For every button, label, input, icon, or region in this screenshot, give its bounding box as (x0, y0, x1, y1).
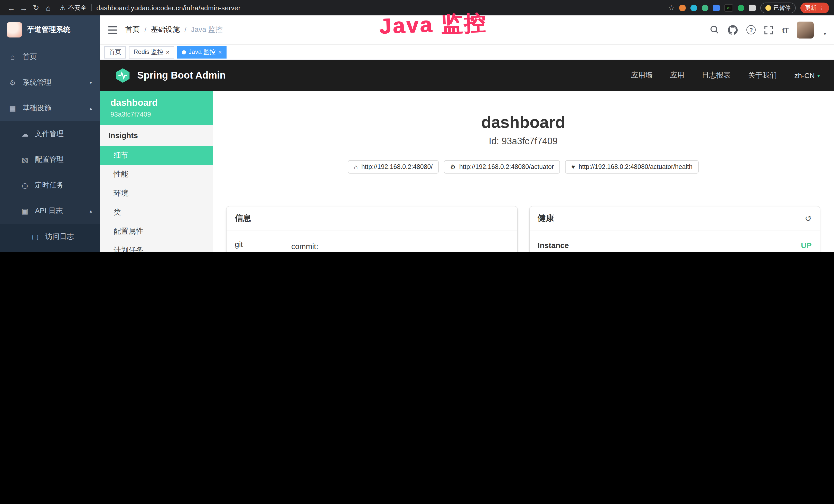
sba-nav-applications[interactable]: 应用 (670, 71, 684, 80)
sba-item-configprops[interactable]: 配置属性 (100, 222, 213, 241)
cloud-icon: ☁ (21, 130, 29, 138)
screen: ← → ↻ ⌂ ⚠ 不安全 dashboard.yudao.iocoder.cn… (0, 0, 834, 252)
sba-item-classes[interactable]: 类 (100, 203, 213, 222)
extension-icon[interactable] (690, 4, 697, 11)
extension-icon[interactable] (713, 4, 720, 11)
cards-grid: 信息 git commit: time: 1596289704000 id: 2 (226, 206, 820, 252)
health-url-button[interactable]: ♥ http://192.168.0.2:48080/actuator/heal… (565, 160, 699, 174)
info-card: 信息 git commit: time: 1596289704000 id: 2 (226, 206, 517, 252)
chevron-up-icon: ▴ (90, 106, 92, 111)
tabs-bar: 首页 Redis 监控 × Java 监控 × (100, 45, 834, 60)
status-badge: UP (801, 241, 812, 250)
info-card-header: 信息 (226, 206, 517, 231)
sba-item-environment[interactable]: 环境 (100, 184, 213, 203)
gear-icon: ⚙ (8, 78, 17, 87)
sidebar-item-cron[interactable]: ◷ 定时任务 (0, 173, 100, 198)
close-icon[interactable]: × (166, 49, 170, 55)
infra-submenu: ☁ 文件管理 ▧ 配置管理 ◷ 定时任务 ▣ API 日志 ▴ (0, 121, 100, 252)
sidebar-item-home[interactable]: ⌂ 首页 (0, 44, 100, 70)
help-icon[interactable]: ? (747, 25, 756, 35)
chevron-up-icon: ▴ (90, 208, 92, 214)
heart-icon: ♥ (571, 163, 575, 170)
close-icon[interactable]: × (218, 49, 222, 55)
tab-java-monitor[interactable]: Java 监控 × (177, 46, 226, 58)
breadcrumb-home[interactable]: 首页 (125, 25, 140, 35)
tab-home[interactable]: 首页 (104, 46, 126, 58)
home-icon: ⌂ (354, 163, 358, 170)
sidebar-item-error-log[interactable]: ▣ 错误日志 (0, 250, 100, 252)
app-logo[interactable]: 芋道管理系统 (0, 16, 100, 44)
extension-icon[interactable] (679, 4, 686, 11)
sba-nav-about[interactable]: 关于我们 (748, 71, 777, 80)
sba-item-details[interactable]: 细节 (100, 146, 213, 165)
sba-nav-journal[interactable]: 日志报表 (702, 71, 731, 80)
sba-nav-wallboard[interactable]: 应用墙 (631, 71, 653, 80)
instance-subtitle: Id: 93a3fc7f7409 (226, 136, 820, 147)
insights-group: Insights 细节 性能 环境 类 配置属性 计划任务 (100, 125, 213, 252)
topbar-icons: ? tT ▾ (710, 21, 826, 38)
app-title: 芋道管理系统 (27, 25, 70, 35)
omnibox[interactable]: ⚠ 不安全 dashboard.yudao.iocoder.cn/infra/a… (60, 3, 241, 12)
security-label[interactable]: 不安全 (68, 3, 87, 12)
sba-nav: 应用墙 应用 日志报表 关于我们 zh-CN ▾ (631, 71, 820, 80)
avatar-caret-icon[interactable]: ▾ (824, 31, 826, 36)
back-icon[interactable]: ← (5, 3, 18, 12)
reload-icon[interactable]: ↻ (30, 3, 42, 12)
sidebar-item-access-log[interactable]: ▢ 访问日志 (0, 224, 100, 250)
breadcrumb-infra[interactable]: 基础设施 (151, 25, 180, 35)
browser-toolbar-right: ☆ on 已暂停 更新 ⋮ (668, 2, 829, 13)
locale-select[interactable]: zh-CN ▾ (794, 71, 820, 79)
fullscreen-icon[interactable] (765, 25, 773, 34)
sba-logo-icon (114, 68, 131, 83)
instance-name: dashboard (110, 97, 203, 108)
extension-on-icon[interactable]: on (724, 4, 733, 12)
browser-home-icon[interactable]: ⌂ (42, 3, 54, 12)
github-icon[interactable] (728, 25, 738, 35)
browser-chrome: ← → ↻ ⌂ ⚠ 不安全 dashboard.yudao.iocoder.cn… (0, 0, 834, 16)
sba-brand[interactable]: Spring Boot Admin (137, 70, 226, 81)
url-text[interactable]: dashboard.yudao.iocoder.cn/infra/admin-s… (96, 4, 240, 12)
edit-icon: ▧ (21, 156, 29, 164)
menu-kebab-icon[interactable]: ⋮ (819, 4, 825, 11)
sidebar-item-system[interactable]: ⚙ 系统管理 ▾ (0, 70, 100, 95)
bookmark-star-icon[interactable]: ☆ (668, 4, 675, 12)
extension-icon[interactable] (738, 4, 744, 11)
sidebar-item-files[interactable]: ☁ 文件管理 (0, 121, 100, 147)
actuator-url-button[interactable]: ⚙ http://192.168.0.2:48080/actuator (444, 160, 560, 174)
sba-instance-header[interactable]: dashboard 93a3fc7f7409 (100, 91, 213, 125)
clock-icon: ◷ (21, 181, 29, 189)
sidebar-item-config[interactable]: ▧ 配置管理 (0, 147, 100, 173)
sidebar-item-api-log[interactable]: ▣ API 日志 ▴ (0, 198, 100, 224)
sidebar-item-infra[interactable]: ▤ 基础设施 ▴ (0, 95, 100, 121)
sba-content: dashboard Id: 93a3fc7f7409 ⌂ http://192.… (213, 91, 834, 252)
tab-redis-monitor[interactable]: Redis 监控 × (129, 46, 174, 58)
instance-links: ⌂ http://192.168.0.2:48080/ ⚙ http://192… (226, 160, 820, 174)
paused-badge[interactable]: 已暂停 (760, 2, 796, 13)
sba-sidebar: dashboard 93a3fc7f7409 Insights 细节 性能 环境… (100, 91, 213, 252)
history-icon[interactable]: ↺ (805, 214, 812, 223)
warning-icon: ⚠ (60, 4, 66, 12)
instance-title: dashboard (226, 113, 820, 132)
main-area: 首页 / 基础设施 / Java 监控 ? (100, 16, 834, 252)
update-label: 更新 (805, 4, 816, 12)
home-icon: ⌂ (8, 53, 17, 61)
api-log-submenu: ▢ 访问日志 ▣ 错误日志 (0, 224, 100, 252)
font-size-icon[interactable]: tT (782, 25, 788, 34)
extensions-puzzle-icon[interactable] (749, 4, 756, 11)
breadcrumb: 首页 / 基础设施 / Java 监控 (125, 25, 223, 35)
forward-icon[interactable]: → (18, 3, 30, 12)
service-url-button[interactable]: ⌂ http://192.168.0.2:48080/ (348, 160, 439, 174)
sba-item-metrics[interactable]: 性能 (100, 165, 213, 184)
search-icon[interactable] (710, 25, 720, 35)
hamburger-icon[interactable] (108, 26, 117, 33)
sidebar-menu: ⌂ 首页 ⚙ 系统管理 ▾ ▤ 基础设施 ▴ ☁ 文件管理 (0, 44, 100, 252)
chevron-down-icon: ▾ (817, 73, 820, 78)
health-row-instance: Instance UP (537, 233, 812, 252)
user-avatar[interactable] (797, 21, 814, 38)
breadcrumb-current: Java 监控 (191, 25, 223, 35)
extension-icon[interactable] (702, 4, 708, 11)
health-card: 健康 ↺ Instance UP (529, 206, 820, 252)
admin-sidebar: 芋道管理系统 ⌂ 首页 ⚙ 系统管理 ▾ ▤ 基础设施 ▴ (0, 16, 100, 252)
update-button[interactable]: 更新 ⋮ (800, 2, 829, 13)
sba-item-scheduled-tasks[interactable]: 计划任务 (100, 241, 213, 252)
